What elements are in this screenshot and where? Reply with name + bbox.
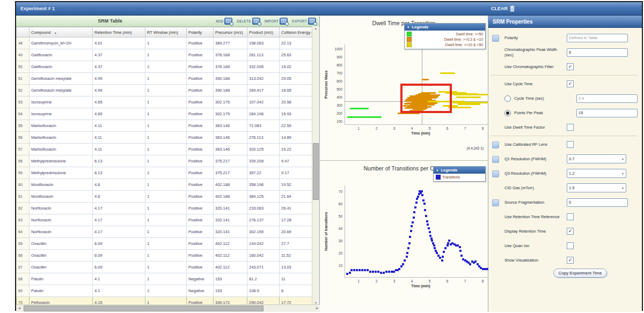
column-header-rt-window-min[interactable]: RT Window (min): [145, 27, 187, 38]
selection-highlight-box[interactable]: [400, 84, 452, 113]
transition-point: [358, 269, 361, 271]
table-row[interactable]: 64Norfloxacin4.171Positive320.141302.155…: [17, 226, 319, 238]
cell: Positive: [187, 203, 214, 214]
q1-resolution-fwhm-dropdown[interactable]: 0.7▼: [567, 154, 626, 163]
table-row[interactable]: 60Moxifloxacin4.61Positive402.188358.196…: [17, 179, 319, 191]
use-calibrated-rf-lens-checkbox[interactable]: [567, 141, 574, 148]
transitions-legend-header[interactable]: ▼ Legends: [434, 167, 485, 174]
table-row[interactable]: 57Marbofloxacin4.111Positive363.146320.1…: [17, 144, 319, 155]
cell: 269.417: [247, 85, 280, 96]
table-vertical-scrollbar[interactable]: ▲ ▼: [312, 26, 319, 305]
table-row[interactable]: 53Isoxsuprine4.651Positive302.175107.042…: [17, 96, 319, 108]
cell: Oxacillin: [30, 250, 93, 262]
dwell-time-chart[interactable]: Dwell Time per Transition ▼ Legends Dwel…: [320, 16, 488, 161]
table-row[interactable]: 65Oxacillin6.091Positive402.112144.04227…: [17, 238, 319, 250]
table-row[interactable]: 66Oxacillin6.091Positive402.112160.04211…: [17, 250, 319, 262]
use-cycle-time-checkbox[interactable]: ✓: [567, 80, 574, 87]
export-button[interactable]: EXPORT: [292, 18, 316, 25]
table-horizontal-scrollbar[interactable]: ◄ ►: [16, 304, 320, 312]
cell: Norfloxacin: [30, 214, 93, 226]
dwell-legend-header[interactable]: ▼ Legends: [405, 24, 485, 31]
table-row[interactable]: 50Gatifloxacin4.371Positive376.168332.09…: [17, 61, 319, 73]
points-per-peak-radio[interactable]: [504, 110, 511, 116]
cycle-time-sec-radio[interactable]: [504, 95, 511, 102]
cycle-time-sec-input[interactable]: 0.4: [576, 94, 638, 103]
show-visualization-checkbox[interactable]: ✓: [567, 257, 574, 264]
column-header-polarity[interactable]: Polarity: [187, 27, 214, 38]
points-per-peak-input[interactable]: 15: [576, 109, 638, 117]
scroll-left-icon[interactable]: ◄: [16, 305, 23, 312]
import-button-label: IMPORT: [265, 19, 279, 23]
x-tick-label: 8: [482, 126, 484, 130]
srm-table-title: SRM Table: [16, 16, 204, 26]
display-retention-time-checkbox[interactable]: ✓: [567, 228, 574, 235]
add-button[interactable]: ADD: [216, 18, 232, 25]
column-header-compound[interactable]: Compound▲: [30, 27, 93, 38]
cell: 72.083: [247, 120, 280, 132]
transition-point: [429, 235, 431, 237]
q3-resolution-fwhm-dropdown[interactable]: 1.2▼: [567, 169, 626, 178]
row-number: 69: [17, 285, 30, 297]
use-chromatographic-filter-checkbox[interactable]: ✓: [567, 63, 574, 70]
source-fragmentation-input[interactable]: 0: [567, 198, 628, 207]
import-button[interactable]: IMPORT: [265, 18, 288, 25]
cell: 357.22: [247, 167, 280, 179]
column-header-product-m-z[interactable]: Product (m/z): [247, 27, 280, 38]
use-quan-ion-checkbox[interactable]: [567, 242, 574, 249]
scroll-up-icon[interactable]: ▲: [312, 27, 319, 30]
table-row[interactable]: 63Norfloxacin4.171Positive320.141276.137…: [17, 214, 319, 226]
prop-row-use-cycle-time: Use Cycle Time✓: [491, 77, 638, 91]
cell: 384.125: [247, 191, 280, 203]
row-number: 66: [17, 250, 30, 262]
transition-point: [428, 227, 430, 229]
use-calibrated-rf-lens-label: Use Calibrated RF Lens: [504, 142, 567, 147]
cell: 1: [145, 179, 187, 191]
y-tick-label: 400: [336, 95, 342, 99]
table-row[interactable]: 54Isoxsuprine4.651Positive302.175284.196…: [17, 108, 319, 120]
transition-point: [383, 272, 385, 274]
dwell-segment: [458, 103, 480, 105]
chevron-down-icon: ▼: [621, 172, 624, 175]
use-dwell-time-factor-checkbox[interactable]: [567, 124, 574, 131]
transition-point: [430, 237, 433, 240]
plot-area[interactable]: 1020304050607012345678: [345, 185, 497, 278]
experiment-window: Experiment # 1 CLEAR SRM Table ADDDELETE…: [15, 1, 643, 311]
cell: 160.042: [247, 250, 280, 262]
table-row[interactable]: 49Gatifloxacin4.371Positive376.168261.11…: [17, 49, 319, 61]
column-header-precursor-m-z[interactable]: Precursor (m/z): [214, 27, 247, 38]
chromatographic-peak-width-sec-input[interactable]: 6: [567, 48, 628, 57]
horizontal-scroll-thumb[interactable]: [24, 305, 264, 311]
delete-button[interactable]: DELETE: [237, 18, 260, 25]
table-row[interactable]: 59Methylprednisolone6.131Positive375.217…: [17, 167, 319, 179]
polarity-input[interactable]: Defined in Table: [567, 34, 628, 42]
legend-entry-label: Dwell time: >=0.3 & <10: [444, 38, 483, 41]
legend-color-chip: [407, 32, 412, 36]
table-row[interactable]: 55Marbofloxacin4.111Positive363.14672.08…: [17, 120, 319, 132]
cid-gas-mtorr-dropdown[interactable]: 1.5▼: [567, 183, 626, 192]
table-row[interactable]: 61Moxifloxacin4.61Positive402.188384.125…: [17, 191, 319, 203]
cell: Positive: [187, 262, 214, 273]
table-row[interactable]: 68Patulin4.11Negative15381.211: [17, 273, 319, 285]
table-row[interactable]: 51Gemifloxacin mesylate4.991Positive390.…: [17, 73, 319, 85]
clear-button[interactable]: CLEAR: [491, 2, 515, 15]
use-retention-time-reference-checkbox[interactable]: [567, 213, 574, 220]
prop-row-source-fragmentation: Source Fragmentation0: [491, 195, 638, 210]
copy-experiment-time-button[interactable]: Copy Experiment Time: [553, 269, 608, 278]
table-row[interactable]: 62Norfloxacin4.171Positive320.141233.083…: [17, 203, 319, 214]
table-row[interactable]: 56Marbofloxacin4.111Positive363.146276.1…: [17, 132, 319, 144]
clear-button-label: CLEAR: [491, 6, 508, 11]
vertical-scroll-thumb[interactable]: [313, 143, 319, 200]
cell: 1: [145, 203, 187, 214]
table-row[interactable]: 67Oxacillin6.091Positive402.112243.07113…: [17, 262, 319, 273]
transition-point: [441, 259, 443, 262]
transitions-chart[interactable]: Number of Transitions per Cycle ▼ Legend…: [320, 161, 488, 303]
column-header-retention-time-min[interactable]: Retention Time (min): [93, 27, 145, 38]
legend-entry: Dwell time: >=0.3 & <10: [407, 37, 483, 42]
transition-point: [408, 242, 411, 244]
prop-row-use-retention-time-reference: Use Retention Time Reference: [491, 210, 638, 224]
table-row[interactable]: 69Patulin4.11Negative153108.96: [17, 285, 319, 297]
table-row[interactable]: 52Gemifloxacin mesylate4.991Positive390.…: [17, 85, 319, 96]
table-row[interactable]: 48Gamithromycin_M+2H4.011Positive389.277…: [17, 38, 319, 49]
table-row[interactable]: 58Methylprednisolone6.131Positive375.217…: [17, 155, 319, 167]
plot-area[interactable]: 100200300400500600700800900100012345678: [345, 44, 497, 125]
